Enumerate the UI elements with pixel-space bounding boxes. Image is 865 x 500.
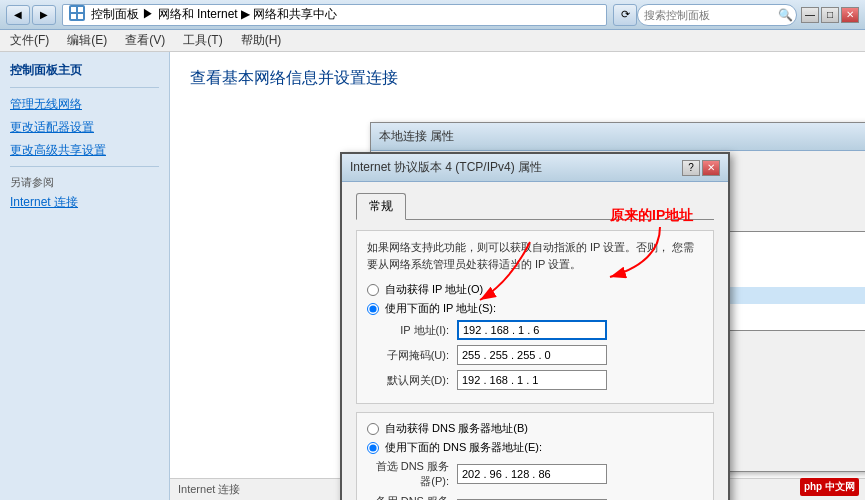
dns-section: 自动获得 DNS 服务器地址(B) 使用下面的 DNS 服务器地址(E): 首选… [356, 412, 714, 500]
breadcrumb: 控制面板 ▶ 网络和 Internet ▶ 网络和共享中心 [62, 4, 607, 26]
sidebar-section-also: 另请参阅 [10, 175, 159, 190]
bottom-bar-text: Internet 连接 [178, 482, 240, 497]
tcpip-description: 如果网络支持此功能，则可以获取自动指派的 IP 设置。否则， 您需要从网络系统管… [367, 239, 703, 272]
auto-dns-label: 自动获得 DNS 服务器地址(B) [385, 421, 528, 436]
subnet-input[interactable] [457, 345, 607, 365]
minimize-button[interactable]: — [801, 7, 819, 23]
breadcrumb-icon [69, 5, 85, 24]
tcpip-titlebar: Internet 协议版本 4 (TCP/IPv4) 属性 ? ✕ [342, 154, 728, 182]
sidebar-link-adapter[interactable]: 更改适配器设置 [10, 119, 159, 136]
sidebar-divider-1 [10, 87, 159, 88]
tcpip-title: Internet 协议版本 4 (TCP/IPv4) 属性 [350, 159, 542, 176]
auto-ip-label: 自动获得 IP 地址(O) [385, 282, 483, 297]
svg-rect-3 [71, 14, 76, 19]
auto-dns-radio[interactable] [367, 423, 379, 435]
nav-forward-button[interactable]: ▶ [32, 5, 56, 25]
svg-rect-4 [78, 14, 83, 19]
auto-ip-row: 自动获得 IP 地址(O) [367, 282, 703, 297]
menu-view[interactable]: 查看(V) [121, 30, 169, 51]
gateway-field-row: 默认网关(D): [367, 370, 703, 390]
static-dns-label: 使用下面的 DNS 服务器地址(E): [385, 440, 542, 455]
menu-file[interactable]: 文件(F) [6, 30, 53, 51]
static-dns-radio[interactable] [367, 442, 379, 454]
menu-tools[interactable]: 工具(T) [179, 30, 226, 51]
tab-bar: 常规 [356, 192, 714, 220]
nav-back-button[interactable]: ◀ [6, 5, 30, 25]
content-area: 查看基本网络信息并设置连接 本地连接 属性 ? ✕ Family Control… [170, 52, 865, 500]
ip-input[interactable] [457, 320, 607, 340]
bg-dialog-title: 本地连接 属性 [379, 128, 454, 145]
sidebar-link-internet[interactable]: Internet 连接 [10, 194, 159, 211]
menu-help[interactable]: 帮助(H) [237, 30, 286, 51]
tcpip-controls: ? ✕ [682, 160, 720, 176]
preferred-dns-row: 首选 DNS 服务器(P): [367, 459, 703, 489]
gateway-input[interactable] [457, 370, 607, 390]
maximize-button[interactable]: □ [821, 7, 839, 23]
search-box: 🔍 [637, 4, 797, 26]
content-title: 查看基本网络信息并设置连接 [190, 68, 845, 89]
sidebar-link-wireless[interactable]: 管理无线网络 [10, 96, 159, 113]
subnet-field-row: 子网掩码(U): [367, 345, 703, 365]
sidebar-divider-2 [10, 166, 159, 167]
menu-edit[interactable]: 编辑(E) [63, 30, 111, 51]
refresh-button[interactable]: ⟳ [613, 4, 637, 26]
static-ip-row: 使用下面的 IP 地址(S): [367, 301, 703, 316]
alt-dns-row: 备用 DNS 服务器(A): [367, 494, 703, 500]
auto-dns-row: 自动获得 DNS 服务器地址(B) [367, 421, 703, 436]
sidebar: 控制面板主页 管理无线网络 更改适配器设置 更改高级共享设置 另请参阅 Inte… [0, 52, 170, 500]
menubar: 文件(F) 编辑(E) 查看(V) 工具(T) 帮助(H) [0, 30, 865, 52]
search-icon[interactable]: 🔍 [778, 8, 793, 22]
static-ip-radio[interactable] [367, 303, 379, 315]
search-input[interactable] [644, 9, 774, 21]
gateway-field-label: 默认网关(D): [367, 373, 457, 388]
window-controls: — □ ✕ [801, 7, 859, 23]
tcpip-close-button[interactable]: ✕ [702, 160, 720, 176]
tab-general[interactable]: 常规 [356, 193, 406, 220]
titlebar-left: ◀ ▶ 控制面板 ▶ 网络和 Internet ▶ 网络和共享中心 ⟳ [6, 4, 637, 26]
tcpip-description-section: 如果网络支持此功能，则可以获取自动指派的 IP 设置。否则， 您需要从网络系统管… [356, 230, 714, 404]
svg-rect-2 [78, 7, 83, 12]
sidebar-link-sharing[interactable]: 更改高级共享设置 [10, 142, 159, 159]
preferred-dns-input[interactable] [457, 464, 607, 484]
main-container: 控制面板主页 管理无线网络 更改适配器设置 更改高级共享设置 另请参阅 Inte… [0, 52, 865, 500]
subnet-field-label: 子网掩码(U): [367, 348, 457, 363]
preferred-dns-label: 首选 DNS 服务器(P): [367, 459, 457, 489]
breadcrumb-text: 控制面板 ▶ 网络和 Internet ▶ 网络和共享中心 [91, 6, 337, 23]
php-badge: php 中文网 [800, 478, 859, 496]
bg-dialog-titlebar: 本地连接 属性 ? ✕ [371, 123, 865, 151]
nav-buttons: ◀ ▶ [6, 5, 56, 25]
svg-rect-1 [71, 7, 76, 12]
titlebar: ◀ ▶ 控制面板 ▶ 网络和 Internet ▶ 网络和共享中心 ⟳ 🔍 — … [0, 0, 865, 30]
alt-dns-label: 备用 DNS 服务器(A): [367, 494, 457, 500]
tcpip-help-button[interactable]: ? [682, 160, 700, 176]
close-window-button[interactable]: ✕ [841, 7, 859, 23]
ip-field-row: IP 地址(I): [367, 320, 703, 340]
static-ip-label: 使用下面的 IP 地址(S): [385, 301, 496, 316]
sidebar-title: 控制面板主页 [10, 62, 159, 79]
tcpip-body: 常规 如果网络支持此功能，则可以获取自动指派的 IP 设置。否则， 您需要从网络… [342, 182, 728, 500]
ip-field-label: IP 地址(I): [367, 323, 457, 338]
tcpip-dialog: Internet 协议版本 4 (TCP/IPv4) 属性 ? ✕ 常规 如果网… [340, 152, 730, 500]
auto-ip-radio[interactable] [367, 284, 379, 296]
static-dns-row: 使用下面的 DNS 服务器地址(E): [367, 440, 703, 455]
